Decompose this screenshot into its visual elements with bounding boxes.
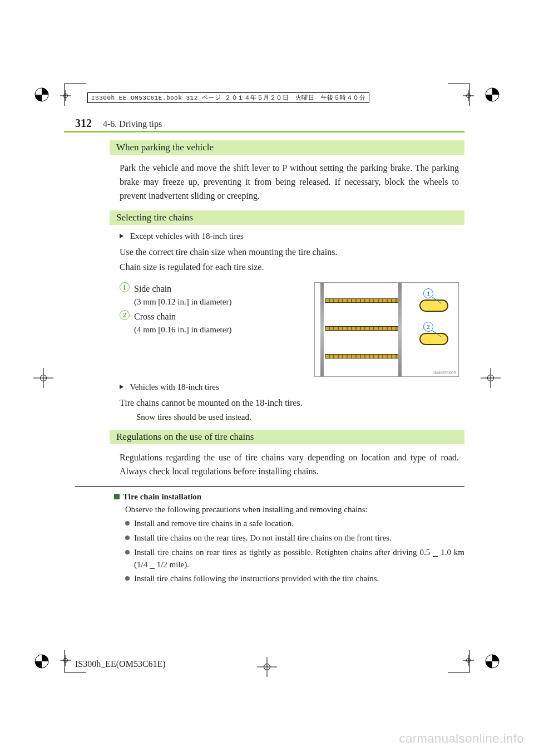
circled-number-icon: 1 <box>120 282 130 292</box>
list-item: 2 Cross chain (4 mm [0.16 in.] in diamet… <box>120 310 303 336</box>
triangle-bullet-icon <box>120 385 123 389</box>
header-rule <box>64 131 464 132</box>
subhead-label: Except vehicles with 18-inch tires <box>130 232 244 240</box>
section-label: 4-6. Driving tips <box>103 119 162 129</box>
heading-regs: Regulations on the use of tire chains <box>110 430 464 444</box>
crosshair-icon <box>257 657 277 677</box>
para-18inch-1: Tire chains cannot be mounted on the 18-… <box>120 396 459 410</box>
list-item: Install tire chains following the instru… <box>125 573 464 585</box>
list-item: Install tire chains on rear tires as tig… <box>125 547 464 571</box>
watermark: carmanualsonline.info <box>399 732 524 746</box>
para-parking: Park the vehicle and move the shift leve… <box>120 161 459 203</box>
crop-corner <box>64 84 86 106</box>
print-header: IS300h_EE_OM53C61E.book 312 ページ ２０１４年５月２… <box>87 92 369 103</box>
callout-2: 2 <box>423 322 433 332</box>
chain-spec-row: 1 Side chain (3 mm [0.12 in.] in diamete… <box>120 282 464 377</box>
footer-model-code: IS300h_EE(OM53C61E) <box>75 659 166 669</box>
divider <box>75 486 464 487</box>
list-item: 1 Side chain (3 mm [0.12 in.] in diamete… <box>120 282 303 308</box>
crop-corner <box>448 650 470 672</box>
item-detail: (3 mm [0.12 in.] in diameter) <box>134 296 303 308</box>
para-regs: Regulations regarding the use of tire ch… <box>120 451 459 479</box>
tire-chain-diagram: 1 2 IN46G5005 <box>314 282 459 377</box>
crosshair-icon <box>481 368 501 388</box>
callout-1: 1 <box>423 288 433 298</box>
page-number: 312 <box>75 117 92 130</box>
heading-parking: When parking the vehicle <box>110 140 464 155</box>
list-item: Install tire chains on the rear tires. D… <box>125 532 464 544</box>
item-title: Side chain <box>134 284 171 293</box>
print-header-text: IS300h_EE_OM53C61E.book 312 ページ ２０１４年５月２… <box>87 92 369 103</box>
circled-number-icon: 2 <box>120 310 130 320</box>
running-header: 312 4-6. Driving tips <box>75 117 464 130</box>
reg-mark <box>484 653 501 670</box>
reg-mark <box>484 86 501 103</box>
subhead-label: Vehicles with 18-inch tires <box>130 382 219 391</box>
page-body: 312 4-6. Driving tips When parking the v… <box>75 117 464 587</box>
subheading-text: Tire chain installation <box>123 492 201 501</box>
crosshair-icon <box>33 368 53 388</box>
reg-mark <box>33 653 50 670</box>
square-bullet-icon <box>114 494 120 499</box>
para-18inch-2: Snow tires should be used instead. <box>136 413 464 422</box>
reg-mark <box>33 86 50 103</box>
para-install-intro: Observe the following precautions when i… <box>125 505 464 514</box>
list-item: Install and remove tire chains in a safe… <box>125 518 464 530</box>
heading-chains: Selecting tire chains <box>110 210 464 225</box>
crop-corner <box>448 84 470 106</box>
triangle-bullet-icon <box>120 234 123 238</box>
para-chain-size-2: Chain size is regulated for each tire si… <box>120 261 459 274</box>
item-detail: (4 mm [0.16 in.] in diameter) <box>134 323 303 336</box>
install-bullet-list: Install and remove tire chains in a safe… <box>125 518 464 585</box>
para-chain-size-1: Use the correct tire chain size when mou… <box>120 246 459 259</box>
item-title: Cross chain <box>134 312 176 321</box>
subhead-except-18: Except vehicles with 18-inch tires <box>120 232 464 241</box>
figure-id: IN46G5005 <box>433 370 456 375</box>
subheading-install: Tire chain installation <box>114 492 464 502</box>
subhead-with-18: Vehicles with 18-inch tires <box>120 382 464 392</box>
